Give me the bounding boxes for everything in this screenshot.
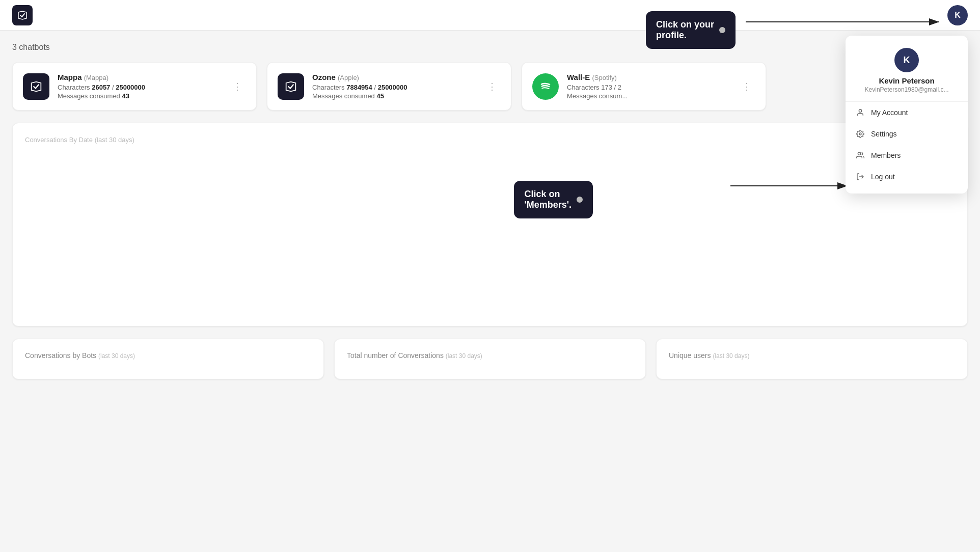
dropdown-item-members[interactable]: Members (846, 145, 968, 166)
chatbot-info-mappa: Mappa (Mappa) Characters 26057 / 2500000… (58, 73, 221, 100)
dropdown-item-logout[interactable]: Log out (846, 166, 968, 187)
chatbot-menu-ozone[interactable]: ⋮ (483, 79, 501, 94)
members-icon (856, 151, 865, 160)
chatbot-card-mappa: Mappa (Mappa) Characters 26057 / 2500000… (12, 62, 257, 111)
logo-icon (16, 9, 29, 21)
chatbot-icon-walle (532, 73, 559, 100)
tooltip-members: Click on 'Members'. (514, 181, 593, 218)
svg-point-7 (858, 152, 860, 155)
logout-icon (856, 172, 865, 181)
app-logo[interactable] (12, 5, 33, 25)
gear-icon (856, 129, 865, 139)
chatbot-menu-walle[interactable]: ⋮ (738, 79, 755, 94)
chatbot-info-ozone: Ozone (Apple) Characters 7884954 / 25000… (312, 73, 475, 100)
svg-point-0 (538, 79, 553, 94)
chart-title: Conversations By Date (last 30 days) (25, 135, 955, 144)
chatbot-card-walle: Wall-E (Spotify) Characters 173 / 2 Mess… (522, 62, 766, 111)
dropdown-header: K Kevin Peterson KevinPeterson1980@gmail… (846, 42, 968, 102)
svg-point-5 (859, 109, 861, 112)
chatbot-icon-mappa (23, 73, 49, 100)
arrow-profile (746, 14, 949, 30)
chatbot-info-walle: Wall-E (Spotify) Characters 173 / 2 Mess… (567, 73, 730, 100)
bottom-card-bots: Conversations by Bots (last 30 days) (12, 339, 324, 379)
chatbots-count: 3 chatbots (12, 43, 968, 52)
chatbot-card-ozone: Ozone (Apple) Characters 7884954 / 25000… (267, 62, 511, 111)
tooltip-members-dot (577, 197, 583, 203)
dropdown-avatar: K (894, 48, 919, 72)
chatbot-icon-ozone (278, 73, 304, 100)
dropdown-item-settings[interactable]: Settings (846, 123, 968, 145)
dropdown-menu: K Kevin Peterson KevinPeterson1980@gmail… (846, 36, 968, 194)
bottom-card-unique: Unique users (last 30 days) (656, 339, 968, 379)
dropdown-item-my-account[interactable]: My Account (846, 102, 968, 123)
chatbot-menu-mappa[interactable]: ⋮ (229, 79, 246, 94)
dropdown-username: Kevin Peterson (856, 76, 958, 85)
tooltip-profile: Click on your profile. (646, 11, 736, 49)
dropdown-email: KevinPeterson1980@gmail.c... (856, 86, 958, 93)
user-icon (856, 108, 865, 117)
bottom-cards: Conversations by Bots (last 30 days) Tot… (12, 339, 968, 379)
bottom-card-total: Total number of Conversations (last 30 d… (334, 339, 646, 379)
chatbot-cards: Mappa (Mappa) Characters 26057 / 2500000… (12, 62, 968, 111)
arrow-members (730, 181, 858, 191)
svg-point-6 (859, 133, 861, 135)
profile-button[interactable]: K (947, 5, 968, 25)
conversations-chart: Conversations By Date (last 30 days) (12, 123, 968, 326)
tooltip-profile-dot (719, 27, 725, 33)
main-content: 3 chatbots Mappa (Mappa) Characters 2605… (0, 31, 980, 392)
